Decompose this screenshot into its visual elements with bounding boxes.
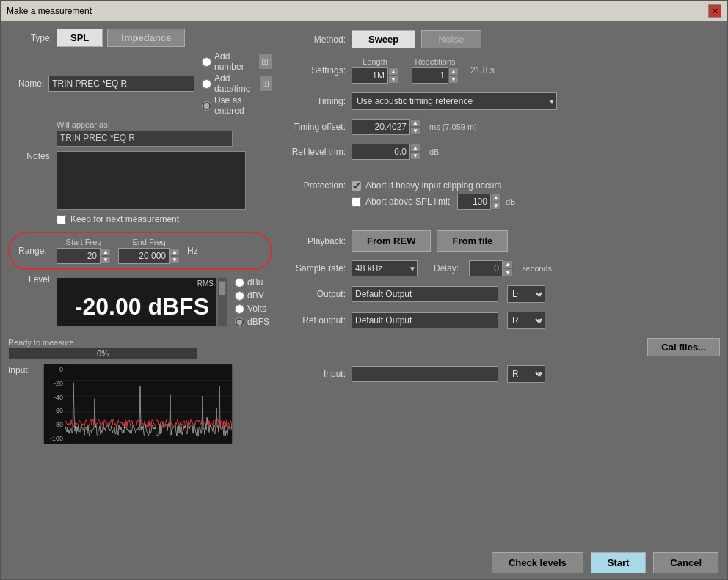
keep-checkbox[interactable] [57, 215, 66, 224]
rep-up[interactable]: ▲ [448, 67, 459, 76]
add-number-label: Add number [214, 51, 255, 72]
end-freq-label: End Freq [132, 238, 165, 246]
ref-output-input[interactable] [352, 312, 498, 328]
ref-level-row: Ref level trim: ▲ ▼ dB [280, 142, 720, 161]
keep-row: Keep for next measurement [57, 214, 272, 224]
abort-clipping-checkbox[interactable] [352, 181, 361, 191]
offset-up[interactable]: ▲ [410, 119, 421, 127]
check-levels-button[interactable]: Check levels [492, 552, 583, 573]
delay-spinner: ▲ ▼ [469, 260, 513, 276]
name-label: Name: [8, 78, 44, 89]
dbfs-radio[interactable] [235, 317, 244, 327]
level-label: Level: [8, 274, 52, 285]
end-freq-input[interactable] [118, 248, 170, 264]
level-display: RMS -20.00 dBFS [57, 277, 217, 327]
method-row: Method: Sweep Noise [280, 29, 720, 50]
timing-offset-spinner: ▲ ▼ [352, 119, 421, 135]
output-channel-wrapper: L+R ▼ [507, 285, 545, 303]
noise-button[interactable]: Noise [421, 30, 481, 48]
timing-offset-input[interactable] [352, 119, 410, 135]
length-up[interactable]: ▲ [388, 67, 398, 76]
dbu-radio[interactable] [235, 278, 244, 287]
ref-level-input[interactable] [352, 144, 410, 160]
sweep-button[interactable]: Sweep [352, 30, 415, 48]
input-row: Input: 0 -20 -40 -60 -80 -100 [8, 364, 272, 444]
notes-input[interactable] [57, 151, 246, 210]
ref-up[interactable]: ▲ [410, 144, 421, 152]
cancel-button[interactable]: Cancel [653, 552, 718, 573]
input-right-row: Input: R ▼ [280, 364, 720, 384]
graph-yaxis: 0 -20 -40 -60 -80 -100 [44, 364, 65, 444]
level-unit-group: dBu dBV Volts dBFS [232, 274, 272, 330]
method-label: Method: [280, 34, 346, 45]
close-button[interactable]: ✕ [708, 4, 721, 18]
input-channel-select[interactable]: R [507, 365, 545, 383]
playback-row: Playback: From REW From file [280, 229, 720, 253]
ref-output-channel-select[interactable]: R [507, 312, 545, 329]
impedance-button[interactable]: Impedance [107, 29, 185, 47]
spl-up[interactable]: ▲ [491, 194, 501, 202]
ref-output-label: Ref output: [280, 315, 346, 326]
timing-offset-label: Timing offset: [280, 122, 346, 132]
delay-up[interactable]: ▲ [503, 260, 513, 268]
spl-button[interactable]: SPL [57, 29, 103, 47]
sample-rate-select[interactable]: 48 kHz [352, 260, 418, 276]
dbv-radio[interactable] [235, 291, 244, 301]
settings-row: Settings: Length ▲ ▼ Repetitions [280, 56, 720, 85]
repetitions-input[interactable] [412, 67, 448, 84]
output-input[interactable] [352, 286, 498, 302]
add-datetime-radio[interactable] [202, 79, 211, 89]
end-freq-down[interactable]: ▼ [170, 256, 180, 264]
repetitions-btns: ▲ ▼ [448, 67, 459, 84]
from-rew-button[interactable]: From REW [352, 230, 431, 252]
timing-dropdown[interactable]: Use acoustic timing reference [352, 92, 557, 110]
cal-files-row: Cal files... [280, 337, 720, 358]
start-freq-input[interactable] [57, 248, 101, 264]
will-appear-value: TRIN PREC *EQ R [57, 131, 233, 147]
length-btns: ▲ ▼ [388, 67, 398, 84]
progress-bar: 0% [8, 348, 197, 359]
abort-spl-checkbox[interactable] [352, 197, 361, 207]
spl-limit-btns: ▲ ▼ [491, 194, 501, 210]
ref-level-label: Ref level trim: [280, 147, 346, 157]
length-spinner: ▲ ▼ [352, 67, 398, 84]
abort-spl-row: Abort above SPL limit ▲ ▼ dB [352, 194, 515, 210]
add-datetime-icon[interactable]: ⊞ [259, 76, 272, 92]
volts-radio[interactable] [235, 304, 244, 314]
left-panel: Type: SPL Impedance Name: Add number ⊞ A… [8, 29, 272, 538]
spl-limit-spinner: ▲ ▼ [457, 194, 501, 210]
start-freq-btns: ▲ ▼ [101, 248, 111, 264]
end-freq-up[interactable]: ▲ [170, 248, 180, 256]
timing-offset-row: Timing offset: ▲ ▼ ms (7.059 m) [280, 117, 720, 136]
start-freq-up[interactable]: ▲ [101, 248, 111, 256]
rep-down[interactable]: ▼ [448, 76, 459, 84]
input-channel-wrapper: R ▼ [507, 365, 545, 383]
level-scrollbar[interactable] [217, 277, 228, 327]
ylabel-0: 0 [44, 366, 65, 373]
input-right-input[interactable] [352, 366, 498, 382]
delay-input[interactable] [469, 260, 503, 276]
from-file-button[interactable]: From file [437, 230, 508, 252]
delay-down[interactable]: ▼ [503, 268, 513, 276]
ready-text: Ready to measure... [8, 338, 81, 347]
start-freq-down[interactable]: ▼ [101, 256, 111, 264]
add-number-row: Add number ⊞ [202, 51, 272, 72]
length-input[interactable] [352, 67, 388, 84]
start-button[interactable]: Start [591, 552, 647, 573]
spl-limit-input[interactable] [457, 194, 491, 210]
range-section: Range: Start Freq ▲ ▼ End Freq [8, 232, 272, 270]
name-input[interactable] [48, 76, 194, 92]
use-as-entered-radio[interactable] [202, 101, 211, 111]
range-inner: Range: Start Freq ▲ ▼ End Freq [18, 238, 262, 264]
ref-down[interactable]: ▼ [410, 152, 421, 160]
spl-down[interactable]: ▼ [491, 202, 501, 210]
cal-files-button[interactable]: Cal files... [647, 338, 720, 356]
sample-rate-row: Sample rate: 48 kHz ▼ Delay: ▲ ▼ seconds [280, 259, 720, 278]
offset-down[interactable]: ▼ [410, 127, 421, 135]
length-down[interactable]: ▼ [388, 76, 398, 84]
add-number-radio[interactable] [202, 57, 211, 67]
add-number-icon[interactable]: ⊞ [258, 54, 272, 70]
output-channel-select[interactable]: L+R [507, 285, 545, 303]
rms-label: RMS [197, 278, 216, 287]
timing-dropdown-wrapper: Use acoustic timing reference ▼ [352, 92, 557, 110]
